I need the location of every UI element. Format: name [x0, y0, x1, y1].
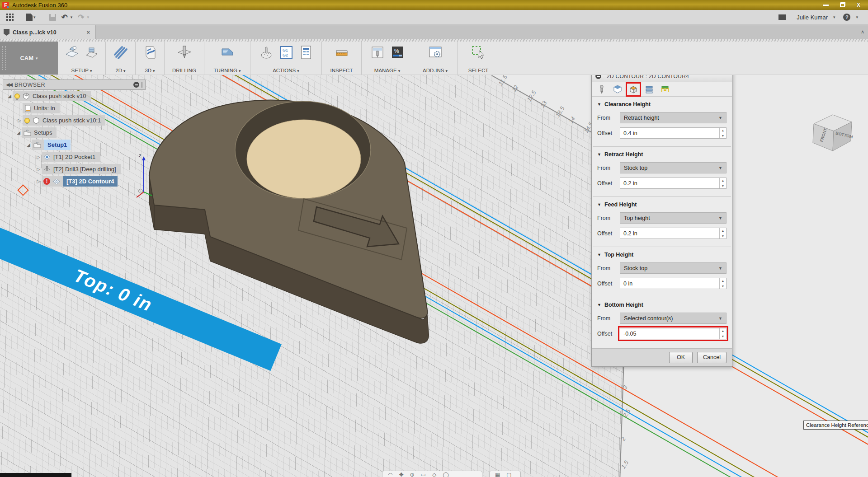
cancel-button[interactable]: Cancel — [697, 352, 726, 363]
measure-ruler-icon[interactable] — [333, 44, 350, 61]
select-cursor-icon[interactable] — [470, 44, 487, 61]
expand-triangle-icon[interactable]: ◢ — [6, 94, 13, 98]
ribbon-select-button[interactable]: SELECT — [468, 68, 489, 73]
minimize-button[interactable] — [819, 1, 833, 9]
help-icon[interactable]: ? — [843, 14, 850, 21]
workspace-switcher[interactable]: CAM ▾ — [0, 42, 58, 75]
navigation-toolbar[interactable]: ◠ ✥ ⊕ ▭ ◇ ◯ — [382, 471, 482, 477]
g1g2-nc-code-icon[interactable]: G1G2 — [278, 44, 295, 61]
ribbon-setup-button[interactable]: SETUP▾ — [71, 68, 92, 73]
offset-spinner[interactable]: ▲▼ — [719, 128, 726, 138]
file-menu-caret[interactable]: ▾ — [33, 15, 36, 19]
section-header[interactable]: ▼Retract Height — [597, 151, 726, 158]
app-grid-icon[interactable] — [6, 14, 14, 21]
bottom-offset-input-highlighted[interactable]: ▲▼ — [620, 328, 726, 339]
tree-item-2d-pocket1[interactable]: ▷ [T1] 2D Pocket1 — [3, 151, 146, 163]
expand-triangle-icon[interactable]: ◢ — [25, 142, 32, 147]
section-header[interactable]: ▼Bottom Height — [597, 302, 726, 308]
pan-icon[interactable]: ✥ — [399, 472, 403, 477]
offset-spinner[interactable]: ▲▼ — [719, 178, 726, 188]
drilling-icon[interactable] — [176, 44, 193, 61]
user-menu-caret[interactable]: ▾ — [833, 15, 835, 19]
comments-icon[interactable] — [778, 14, 786, 20]
feed-offset-input[interactable]: ▲▼ — [620, 228, 726, 239]
top-from-dropdown[interactable]: Stock top▼ — [620, 262, 726, 274]
ribbon-actions-button[interactable]: ACTIONS▾ — [273, 68, 299, 73]
help-caret[interactable]: ▾ — [856, 15, 858, 19]
section-header[interactable]: ▼Top Height — [597, 252, 726, 258]
ribbon-drilling-button[interactable]: DRILLING — [172, 68, 196, 73]
tree-item-2d-contour4[interactable]: ▷ ! [T3] 2D Contour4 — [3, 175, 146, 187]
tool-library-icon[interactable] — [369, 44, 386, 61]
close-button[interactable]: X — [852, 1, 865, 9]
redo-caret[interactable]: ▾ — [87, 15, 90, 19]
feeds-speeds-icon[interactable]: % — [389, 44, 406, 61]
browser-display-toggle-icon[interactable] — [133, 82, 139, 88]
post-process-icon[interactable] — [258, 44, 275, 61]
browser-header[interactable]: ◀◀ BROWSER — [3, 80, 146, 90]
ribbon-3d-button[interactable]: 3D▾ — [145, 68, 155, 73]
turning-icon[interactable] — [219, 44, 236, 61]
zoom-icon[interactable]: ⊕ — [410, 472, 415, 477]
tab-passes-icon[interactable] — [643, 84, 656, 95]
3d-milling-icon[interactable] — [142, 44, 159, 61]
orbit-icon[interactable]: ◠ — [388, 472, 392, 477]
new-setup-icon[interactable] — [63, 44, 80, 61]
tab-heights-icon[interactable] — [627, 84, 640, 95]
offset-spinner[interactable]: ▲▼ — [719, 278, 726, 289]
save-icon[interactable] — [49, 14, 56, 21]
collapse-triangle-icon[interactable]: ▷ — [35, 154, 42, 159]
tree-item-root-component[interactable]: ◢ Class push stick v10 — [3, 90, 146, 102]
ribbon-turning-button[interactable]: TURNING▾ — [214, 68, 241, 73]
ribbon-inspect-button[interactable]: INSPECT — [330, 68, 353, 73]
ribbon-addins-button[interactable]: ADD-INS▾ — [423, 68, 448, 73]
toolbar-collapse-chevron[interactable]: ∧ — [861, 29, 864, 35]
orbit-constrained-icon[interactable]: ◯ — [443, 472, 448, 477]
tab-geometry-icon[interactable] — [611, 84, 624, 95]
bottom-from-dropdown[interactable]: Selected contour(s)▼ — [620, 313, 726, 324]
offset-spinner[interactable]: ▲▼ — [719, 228, 726, 238]
feed-from-dropdown[interactable]: Top height▼ — [620, 212, 726, 224]
clearance-offset-input[interactable]: ▲▼ — [620, 127, 726, 139]
look-at-icon[interactable]: ◇ — [432, 472, 436, 477]
undo-caret[interactable]: ▾ — [71, 15, 73, 19]
restore-button[interactable] — [835, 1, 849, 9]
top-offset-input[interactable]: ▲▼ — [620, 278, 726, 289]
tree-item-drill3[interactable]: ▷ [T2] Drill3 [Deep drilling] — [3, 163, 146, 175]
ok-button[interactable]: OK — [669, 352, 693, 363]
visibility-bulb-icon[interactable] — [14, 94, 20, 99]
retract-from-dropdown[interactable]: Stock top▼ — [620, 162, 726, 173]
clearance-from-dropdown[interactable]: Retract height▼ — [620, 112, 726, 123]
collapse-triangle-icon[interactable]: ▷ — [35, 179, 42, 184]
visibility-bulb-icon[interactable] — [24, 118, 30, 123]
tab-close-icon[interactable]: × — [85, 29, 92, 36]
document-tab[interactable]: Class p...ick v10 × — [0, 25, 96, 39]
offset-spinner[interactable]: ▲▼ — [719, 328, 726, 339]
ribbon-2d-button[interactable]: 2D▾ — [115, 68, 125, 73]
new-folder-icon[interactable] — [83, 44, 100, 61]
tree-item-units[interactable]: Units: in — [3, 102, 146, 114]
tab-tool-icon[interactable] — [595, 84, 608, 95]
redo-icon[interactable]: ↷ — [78, 14, 84, 21]
setup-sheet-icon[interactable] — [297, 44, 315, 61]
addins-icon[interactable] — [427, 44, 444, 61]
display-settings-icon[interactable]: ▦ — [495, 472, 500, 477]
push-stick-model[interactable]: z — [133, 93, 450, 364]
retract-offset-input[interactable]: ▲▼ — [620, 178, 726, 189]
file-menu-icon[interactable] — [26, 14, 33, 21]
fit-icon[interactable]: ▭ — [421, 472, 426, 477]
user-menu[interactable]: Julie Kumar — [797, 14, 828, 21]
undo-icon[interactable]: ↶ — [61, 14, 68, 21]
ribbon-manage-button[interactable]: MANAGE▾ — [374, 68, 400, 73]
display-toolbar[interactable]: ▦ ▢ — [489, 471, 521, 477]
browser-resize-grip[interactable] — [141, 82, 142, 88]
section-header[interactable]: ▼Clearance Height — [597, 101, 726, 108]
collapse-triangle-icon[interactable]: ▷ — [16, 118, 23, 123]
tab-linking-icon[interactable] — [659, 84, 671, 95]
tree-item-setups-folder[interactable]: ◢ Setups — [3, 126, 146, 139]
expand-triangle-icon[interactable]: ◢ — [15, 130, 22, 135]
tree-item-setup1[interactable]: ◢ Setup1 — [3, 139, 146, 151]
grid-settings-icon[interactable]: ▢ — [506, 472, 511, 477]
view-cube[interactable] — [808, 109, 855, 154]
tree-item-component-instance[interactable]: ▷ Class push stick v10:1 — [3, 114, 146, 126]
